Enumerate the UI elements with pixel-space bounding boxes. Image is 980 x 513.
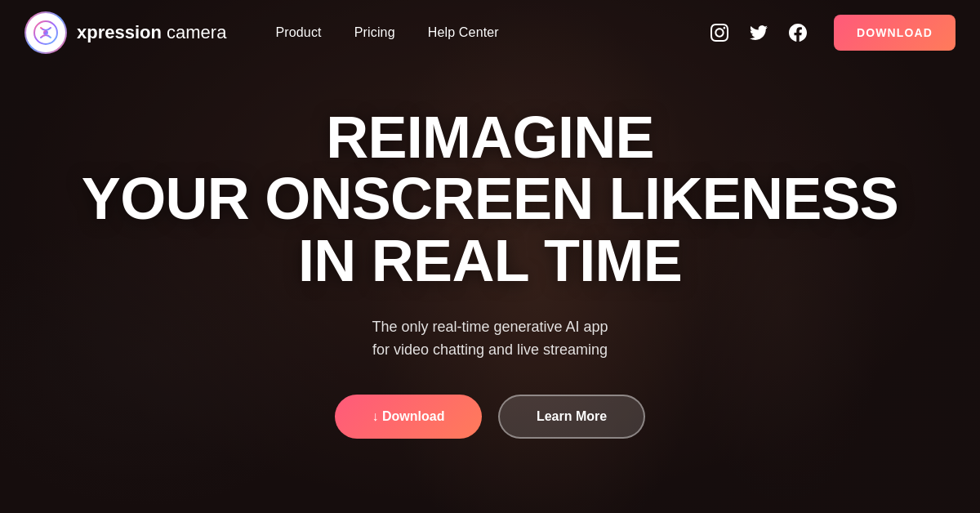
cta-learn-more-button[interactable]: Learn More (498, 395, 645, 439)
hero-title-line2: YOUR ONSCREEN LIKENESS (82, 166, 898, 231)
nav-links: Product Pricing Help Center (275, 25, 708, 40)
nav-help-center[interactable]: Help Center (428, 25, 499, 40)
logo-name-regular: camera (162, 22, 226, 42)
hero-wrapper: xpression camera Product Pricing Help Ce… (0, 0, 980, 513)
hero-content: REIMAGINE YOUR ONSCREEN LIKENESS IN REAL… (0, 0, 980, 513)
hero-title-line1: REIMAGINE (326, 105, 654, 170)
svg-point-1 (43, 30, 48, 35)
download-button[interactable]: DOWNLOAD (834, 15, 956, 51)
nav-pricing[interactable]: Pricing (354, 25, 395, 40)
facebook-icon[interactable] (786, 21, 809, 44)
hero-cta-row: ↓ Download Learn More (335, 395, 645, 439)
nav-product[interactable]: Product (275, 25, 321, 40)
hero-title: REIMAGINE YOUR ONSCREEN LIKENESS IN REAL… (82, 107, 898, 292)
twitter-icon[interactable] (747, 21, 770, 44)
logo-name-bold: xpression (77, 22, 162, 42)
navigation: xpression camera Product Pricing Help Ce… (0, 0, 980, 65)
logo-icon (24, 11, 67, 54)
hero-subtitle-line1: The only real-time generative AI app (372, 319, 608, 335)
logo-text: xpression camera (77, 22, 226, 43)
logo-svg (33, 20, 59, 46)
instagram-icon[interactable] (708, 21, 731, 44)
nav-social (708, 21, 809, 44)
hero-title-line3: IN REAL TIME (298, 228, 682, 293)
logo-link[interactable]: xpression camera (24, 11, 226, 54)
cta-download-button[interactable]: ↓ Download (335, 395, 482, 439)
hero-subtitle: The only real-time generative AI app for… (372, 315, 608, 363)
hero-subtitle-line2: for video chatting and live streaming (372, 341, 608, 358)
